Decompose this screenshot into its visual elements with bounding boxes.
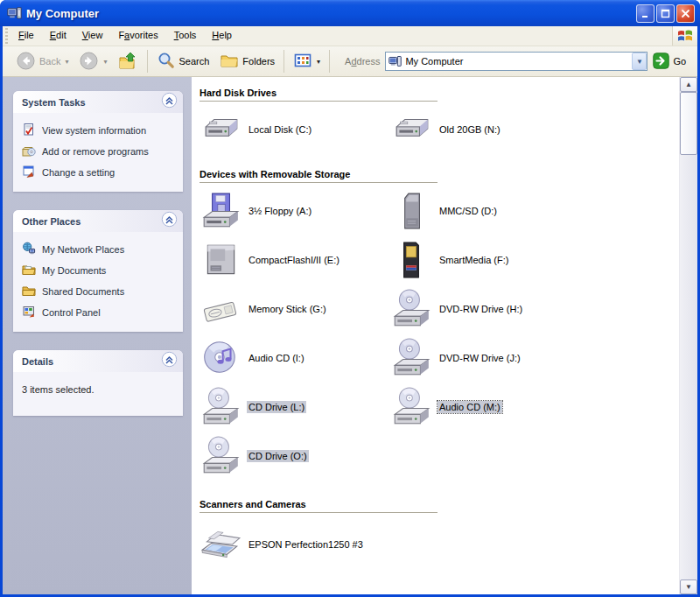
menubar-gripper[interactable] (4, 28, 10, 44)
drive-item-local-disk-c[interactable]: Local Disk (C:) (200, 109, 390, 151)
panel-other-places: Other PlacesMy Network PlacesMy Document… (13, 210, 183, 332)
section-header-devices-with-removable-storage: Devices with Removable Storage (200, 169, 679, 183)
forward-button[interactable]: ▾ (74, 48, 112, 74)
floppy-drive-icon (200, 190, 242, 232)
panel-header-system-tasks[interactable]: System Tasks (13, 91, 183, 113)
up-button[interactable] (113, 48, 144, 74)
drive-item-cd-drive-o[interactable]: CD Drive (O:) (200, 435, 390, 477)
menu-item-help[interactable]: Help (204, 26, 240, 46)
address-dropdown-button[interactable]: ▼ (632, 53, 647, 70)
main-sections: Hard Disk DrivesLocal Disk (C:)Old 20GB … (200, 88, 679, 572)
views-button[interactable]: ▾ (288, 48, 326, 74)
drive-item-epson-perfection1250-3[interactable]: EPSON Perfection1250 #3 (200, 523, 390, 565)
section-rule (200, 101, 438, 102)
menu-item-view[interactable]: View (74, 26, 111, 46)
go-button[interactable]: Go (653, 53, 686, 71)
search-label: Search (179, 56, 210, 67)
scrollbar-down-button[interactable]: ▼ (680, 579, 697, 594)
sidebar-item-shared-documents[interactable]: Shared Documents (20, 281, 178, 302)
details-text: 3 items selected. (20, 379, 178, 407)
menu-item-file[interactable]: File (10, 26, 42, 46)
scrollbar-up-button[interactable]: ▲ (680, 77, 697, 92)
back-label: Back (39, 56, 60, 67)
close-button[interactable] (676, 4, 695, 23)
menu-bar: FileEditViewFavoritesToolsHelp (3, 26, 697, 46)
sidebar-item-add-or-remove-programs[interactable]: Add or remove programs (20, 141, 178, 162)
control-panel-icon (22, 305, 36, 320)
drive-item-cd-drive-l[interactable]: CD Drive (L:) (200, 386, 390, 428)
mmc-card-icon (390, 190, 432, 232)
address-value[interactable]: My Computer (402, 56, 632, 67)
views-dropdown-icon[interactable]: ▾ (317, 58, 320, 66)
go-label: Go (673, 56, 686, 67)
sidebar-item-control-panel[interactable]: Control Panel (20, 302, 178, 323)
add-remove-programs-icon (22, 144, 36, 159)
drive-item-old-20gb-n[interactable]: Old 20GB (N:) (390, 109, 581, 151)
panel-header-other-places[interactable]: Other Places (13, 210, 183, 232)
panel-header-details[interactable]: Details (13, 350, 183, 372)
network-places-icon (22, 242, 36, 257)
windows-logo-icon (672, 26, 697, 46)
chevron-up-icon[interactable] (161, 211, 178, 231)
folders-label: Folders (242, 56, 275, 67)
cd-drive-icon (200, 435, 242, 477)
address-label: Address (345, 56, 380, 67)
panel-details: Details3 items selected. (13, 350, 183, 416)
drive-item-compactflashi-ii-e[interactable]: CompactFlashI/II (E:) (200, 239, 390, 281)
chevron-up-icon[interactable] (161, 92, 178, 112)
menu-item-favorites[interactable]: Favorites (110, 26, 165, 46)
sidebar-item-my-documents[interactable]: My Documents (20, 260, 178, 281)
search-button[interactable]: Search (151, 48, 215, 74)
back-dropdown-icon[interactable]: ▾ (65, 58, 68, 66)
my-documents-icon (22, 263, 36, 278)
scrollbar-thumb[interactable] (680, 92, 697, 155)
up-icon (118, 51, 138, 73)
forward-dropdown-icon[interactable]: ▾ (103, 58, 107, 66)
sidebar-item-my-network-places[interactable]: My Network Places (20, 239, 178, 260)
audio-cd-icon (200, 337, 242, 379)
drive-item-audio-cd-m[interactable]: Audio CD (M:) (390, 386, 581, 428)
scrollbar-track[interactable] (680, 92, 697, 579)
scanner-icon (200, 523, 242, 565)
standard-buttons-toolbar: Back ▾ ▾ Search Folders ▾ (3, 46, 697, 77)
section-header-scanners-and-cameras: Scanners and Cameras (200, 499, 679, 513)
maximize-button[interactable] (656, 4, 675, 23)
sidebar-item-view-system-information[interactable]: View system information (20, 120, 178, 141)
hard-disk-icon (200, 109, 242, 151)
chevron-up-icon[interactable] (161, 351, 178, 371)
menu-bar-items: FileEditViewFavoritesToolsHelp (10, 26, 240, 46)
window-title: My Computer (26, 7, 636, 20)
section-items-hard-disk-drives: Local Disk (C:)Old 20GB (N:) (200, 105, 679, 154)
minimize-button[interactable] (636, 4, 654, 23)
drive-item-dvd-rw-drive-j[interactable]: DVD-RW Drive (J:) (390, 337, 581, 379)
section-header-hard-disk-drives: Hard Disk Drives (200, 88, 679, 102)
sidebar-panels: System TasksView system informationAdd o… (13, 91, 183, 416)
menu-item-tools[interactable]: Tools (166, 26, 205, 46)
folders-icon (220, 51, 239, 72)
drive-item-smartmedia-f[interactable]: SmartMedia (F:) (390, 239, 581, 281)
drive-item-mmc-sd-d[interactable]: MMC/SD (D:) (390, 190, 581, 232)
task-pane-sidebar: System TasksView system informationAdd o… (3, 77, 192, 594)
cd-drive-icon (390, 337, 432, 379)
compact-flash-icon (200, 239, 242, 281)
system-info-icon (22, 123, 36, 138)
drive-item-dvd-rw-drive-h[interactable]: DVD-RW Drive (H:) (390, 288, 581, 330)
vertical-scrollbar[interactable]: ▲ ▼ (679, 77, 697, 594)
address-input[interactable]: My Computer ▼ (385, 52, 648, 71)
panel-system-tasks: System TasksView system informationAdd o… (13, 91, 183, 192)
change-setting-icon (22, 165, 36, 180)
hard-disk-icon (390, 109, 432, 151)
search-icon (157, 51, 176, 72)
forward-icon (79, 51, 99, 73)
drive-item-memory-stick-g[interactable]: Memory Stick (G:) (200, 288, 390, 330)
section-rule (200, 512, 438, 513)
cd-drive-icon (390, 288, 432, 330)
smartmedia-icon (390, 239, 432, 281)
sidebar-item-change-a-setting[interactable]: Change a setting (20, 162, 178, 183)
drive-item-3-floppy-a[interactable]: 3½ Floppy (A:) (200, 190, 390, 232)
title-bar[interactable]: My Computer (0, 0, 700, 26)
back-button[interactable]: Back ▾ (10, 48, 74, 74)
menu-item-edit[interactable]: Edit (42, 26, 74, 46)
folders-button[interactable]: Folders (214, 48, 280, 74)
drive-item-audio-cd-i[interactable]: Audio CD (I:) (200, 337, 390, 379)
